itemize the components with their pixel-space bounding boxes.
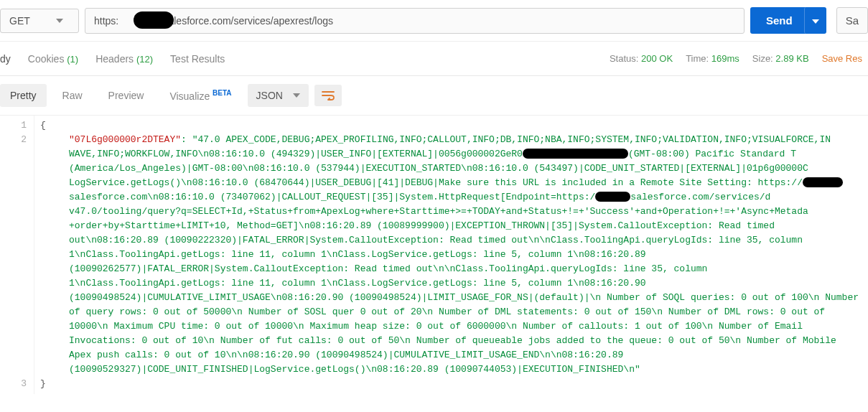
response-body[interactable]: 1 2 3 { "07L6g000000r2DTEAY": "47.0 APEX… [0, 116, 868, 394]
send-button[interactable]: Send [750, 7, 808, 34]
chevron-down-icon [812, 19, 819, 24]
view-pretty-button[interactable]: Pretty [0, 84, 47, 107]
tab-headers-count: (12) [136, 54, 153, 65]
view-raw-button[interactable]: Raw [52, 84, 93, 107]
view-visualize-button[interactable]: Visualize BETA [159, 83, 241, 108]
size-label: Size: [752, 53, 773, 64]
body-format-select[interactable]: JSON [248, 84, 309, 107]
chevron-down-icon [56, 19, 63, 23]
tab-headers-label: Headers [95, 53, 134, 65]
tabs-left: dy Cookies (1) Headers (12) Test Results [0, 43, 225, 75]
send-button-group: Send [750, 7, 826, 34]
time-value: 169ms [711, 53, 739, 64]
body-view-row: Pretty Raw Preview Visualize BETA JSON [0, 76, 868, 116]
tab-cookies-count: (1) [67, 54, 78, 65]
status-item: Status: 200 OK [610, 53, 673, 64]
redaction-mark [134, 11, 174, 29]
tab-body[interactable]: dy [0, 43, 11, 75]
http-method-select[interactable]: GET [0, 9, 79, 33]
view-preview-button[interactable]: Preview [98, 84, 154, 107]
chevron-down-icon [293, 93, 300, 98]
view-visualize-label: Visualize [169, 90, 210, 102]
code-content[interactable]: { "07L6g000000r2DTEAY": "47.0 APEX_CODE,… [34, 116, 868, 394]
time-label: Time: [686, 53, 709, 64]
code-line-2: "07L6g000000r2DTEAY": "47.0 APEX_CODE,DE… [40, 133, 862, 377]
size-item: Size: 2.89 KB [752, 53, 809, 64]
save-response-button[interactable]: Save Res [822, 53, 862, 64]
status-label: Status: [610, 53, 638, 64]
code-line-1: { [40, 118, 862, 133]
wrap-lines-button[interactable] [314, 85, 342, 106]
json-key: "07L6g000000r2DTEAY" [69, 134, 181, 145]
json-value: : "47.0 APEX_CODE,DEBUG;APEX_PROFILING,I… [69, 134, 859, 375]
beta-badge: BETA [213, 89, 231, 97]
response-tabs: dy Cookies (1) Headers (12) Test Results… [0, 42, 868, 76]
line-gutter: 1 2 3 [0, 116, 34, 394]
url-input[interactable] [85, 8, 745, 34]
status-value: 200 OK [641, 53, 673, 64]
http-method-value: GET [9, 15, 30, 27]
tab-headers[interactable]: Headers (12) [95, 43, 153, 75]
size-value: 2.89 KB [775, 53, 808, 64]
code-line-3: } [40, 377, 862, 391]
tab-cookies-label: Cookies [28, 53, 65, 65]
send-dropdown-button[interactable] [804, 7, 826, 34]
time-item: Time: 169ms [686, 53, 739, 64]
tab-cookies[interactable]: Cookies (1) [28, 43, 78, 75]
request-bar: GET Send Sa [0, 0, 868, 42]
body-format-value: JSON [256, 90, 283, 101]
wrap-icon [322, 90, 335, 100]
tab-test-results[interactable]: Test Results [170, 43, 225, 75]
save-button[interactable]: Sa [836, 7, 868, 34]
response-status-group: Status: 200 OK Time: 169ms Size: 2.89 KB… [610, 53, 868, 64]
